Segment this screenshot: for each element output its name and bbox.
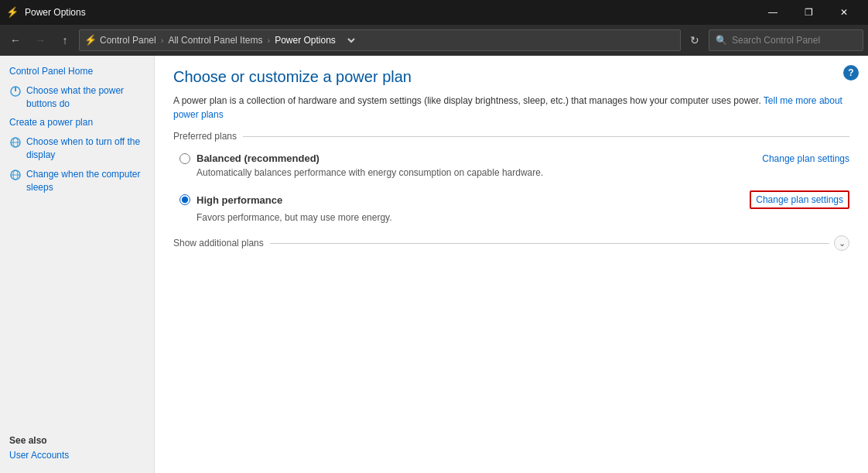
page-description: A power plan is a collection of hardware… — [173, 94, 849, 122]
plan-balanced-desc: Automatically balances performance with … — [179, 167, 849, 178]
plan-item-high-performance: High performance Change plan settings Fa… — [179, 190, 849, 223]
up-button[interactable]: ↑ — [54, 29, 76, 51]
sidebar-home-label: Control Panel Home — [9, 65, 93, 78]
change-plan-high-link[interactable]: Change plan settings — [750, 190, 849, 209]
plan-balanced-label[interactable]: Balanced (recommended) — [179, 153, 320, 164]
plan-high-name: High performance — [196, 194, 282, 206]
addressbar: ← → ↑ ⚡ Control Panel › All Control Pane… — [0, 25, 868, 56]
create-plan-label: Create a power plan — [9, 116, 93, 129]
search-input[interactable] — [732, 35, 856, 46]
plan-high-label[interactable]: High performance — [179, 194, 282, 206]
plans-container: Balanced (recommended) Change plan setti… — [173, 153, 849, 223]
sleep-label: Change when the computer sleeps — [26, 168, 145, 194]
plan-balanced-radio[interactable] — [179, 153, 190, 164]
forward-button[interactable]: → — [29, 29, 51, 51]
preferred-plans-divider: Preferred plans — [173, 131, 849, 142]
search-box[interactable]: 🔍 — [709, 29, 863, 51]
page-title: Choose or customize a power plan — [173, 68, 849, 86]
sidebar-item-sleep[interactable]: Change when the computer sleeps — [0, 165, 154, 197]
page-desc-text: A power plan is a collection of hardware… — [173, 95, 761, 106]
breadcrumb-all-items[interactable]: All Control Panel Items — [168, 35, 262, 46]
titlebar: ⚡ Power Options — ❐ ✕ — [0, 0, 868, 25]
show-additional-container: Show additional plans ⌄ — [173, 235, 849, 251]
content-area: ? Choose or customize a power plan A pow… — [155, 56, 868, 473]
sidebar-item-power-buttons[interactable]: Choose what the power buttons do — [0, 81, 154, 114]
main-area: Control Panel Home Choose what the power… — [0, 56, 868, 473]
address-dropdown[interactable] — [342, 35, 357, 46]
preferred-plans-label: Preferred plans — [173, 131, 237, 142]
breadcrumb-control-panel[interactable]: Control Panel — [100, 35, 156, 46]
help-button[interactable]: ? — [843, 65, 859, 81]
back-button[interactable]: ← — [5, 29, 26, 51]
power-buttons-icon — [9, 85, 22, 98]
sleep-icon — [9, 169, 22, 181]
power-buttons-label: Choose what the power buttons do — [26, 84, 145, 111]
display-icon — [9, 136, 22, 149]
plan-high-radio[interactable] — [179, 194, 190, 205]
plan-item-balanced: Balanced (recommended) Change plan setti… — [179, 153, 849, 178]
breadcrumb-power-options[interactable]: Power Options — [275, 35, 336, 46]
sidebar-item-create-plan[interactable]: Create a power plan — [0, 113, 154, 132]
sidebar: Control Panel Home Choose what the power… — [0, 56, 155, 473]
show-additional-label[interactable]: Show additional plans — [173, 238, 264, 248]
minimize-button[interactable]: — — [755, 0, 791, 25]
maximize-button[interactable]: ❐ — [791, 0, 826, 25]
window-controls: — ❐ ✕ — [755, 0, 862, 25]
show-additional-line — [270, 243, 829, 244]
refresh-button[interactable]: ↻ — [684, 29, 706, 51]
address-icon: ⚡ — [84, 34, 97, 46]
see-also-user-accounts[interactable]: User Accounts — [9, 450, 69, 461]
sidebar-item-home[interactable]: Control Panel Home — [0, 62, 154, 81]
plan-balanced-name: Balanced (recommended) — [196, 153, 320, 164]
titlebar-left: ⚡ Power Options — [6, 6, 86, 19]
sidebar-item-display[interactable]: Choose when to turn off the display — [0, 132, 154, 165]
plan-high-header: High performance Change plan settings — [179, 190, 849, 209]
plan-balanced-header: Balanced (recommended) Change plan setti… — [179, 153, 849, 164]
address-box[interactable]: ⚡ Control Panel › All Control Panel Item… — [79, 29, 681, 51]
plan-high-desc: Favors performance, but may use more ene… — [179, 212, 849, 223]
section-line — [243, 136, 849, 137]
window-title: Power Options — [25, 7, 86, 18]
app-icon: ⚡ — [6, 6, 19, 19]
search-icon: 🔍 — [716, 35, 727, 46]
see-also-heading: See also — [9, 435, 145, 446]
change-plan-balanced-link[interactable]: Change plan settings — [762, 153, 849, 164]
show-additional-chevron[interactable]: ⌄ — [834, 235, 849, 251]
see-also-section: See also User Accounts — [0, 429, 154, 467]
close-button[interactable]: ✕ — [826, 0, 862, 25]
display-label: Choose when to turn off the display — [26, 135, 145, 162]
